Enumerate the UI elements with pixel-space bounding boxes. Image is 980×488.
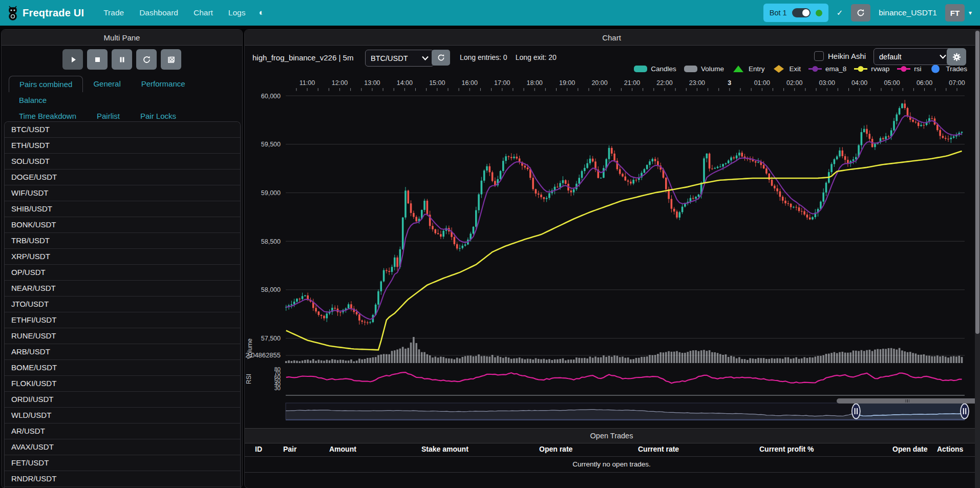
user-avatar[interactable]: FT [945,4,965,22]
time-axis-label: 20:00 [591,79,607,87]
price-axis-label: 58,000 [261,286,281,293]
time-axis-label: 07:00 [949,79,965,87]
time-axis-label: 17:00 [494,79,510,87]
time-axis-label: 02:00 [786,79,802,87]
price-axis-label: 60,000 [261,93,281,100]
time-axis-label: 05:00 [884,79,900,87]
time-axis-label: 04:00 [851,79,867,87]
bot-toggle-switch[interactable] [792,8,811,17]
time-axis-label: 22:00 [656,79,672,87]
rsi-axis-label: 30 [274,385,281,391]
price-axis-label: 58,500 [261,238,281,245]
rsi-axis-title: RSI [245,374,252,384]
ema8-line [286,116,962,320]
time-axis-label: 06:00 [917,79,932,87]
price-axis-label: 57,500 [261,335,281,342]
datazoom-handle-right[interactable] [961,404,969,419]
time-axis-label: 16:00 [462,79,478,87]
time-axis-label: 03:00 [819,79,835,87]
app-title: Freqtrade UI [23,7,84,19]
nav-link-trade[interactable]: Trade [103,8,124,17]
theme-toggle-icon[interactable]: ◐ [259,8,264,18]
bot-name: Bot 1 [770,9,787,17]
vertical-scrollbar-thumb[interactable] [975,31,979,334]
price-axis-label: 59,000 [261,189,281,197]
time-axis-label: 19:00 [559,79,575,87]
exchange-account-label: binance_USDT1 [879,8,937,17]
volume-axis-title: Volume [246,338,253,359]
nav-link-dashboard[interactable]: Dashboard [139,8,178,17]
price-axis-label: 59,500 [261,141,281,148]
nav-links: TradeDashboardChartLogs [103,8,245,17]
time-axis-label: 14:00 [397,79,413,87]
time-axis-label: 01:00 [754,79,770,87]
time-axis-label: 21:00 [624,79,640,87]
check-icon: ✓ [837,8,843,17]
price-chart[interactable]: 60,00059,50059,00058,50058,00057,50011:0… [0,0,980,488]
rvwap-line [286,151,962,350]
datazoom-selection[interactable] [856,403,965,419]
freqtrade-robot-logo [5,5,20,20]
time-axis-label: 3 [728,79,731,87]
nav-link-logs[interactable]: Logs [228,8,246,17]
time-axis-label: 12:00 [332,79,348,87]
rsi-line [286,372,962,383]
time-axis-label: 18:00 [527,79,543,87]
horizontal-scrollbar-thumb[interactable] [837,398,978,404]
time-axis-label: 13:00 [364,79,380,87]
time-axis-label: 15:00 [429,79,445,87]
bot-selector[interactable]: Bot 1 [763,4,828,22]
reload-icon [857,9,865,17]
bot-online-dot [816,10,822,16]
time-axis-label: 11:00 [300,79,315,87]
user-menu-caret-icon[interactable]: ▾ [969,9,972,16]
nav-link-chart[interactable]: Chart [194,8,213,17]
datazoom-handle-left[interactable] [852,404,860,419]
reload-button[interactable] [851,4,870,22]
navbar: Freqtrade UI TradeDashboardChartLogs ◐ B… [0,0,980,26]
time-axis-label: 23:00 [689,79,705,87]
